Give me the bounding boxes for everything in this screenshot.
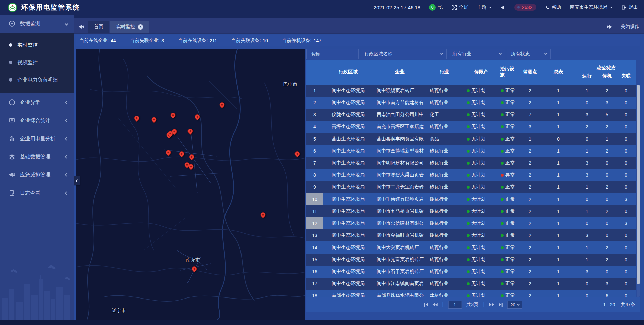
status-dot-icon: [467, 174, 470, 177]
map-collapse-button[interactable]: [73, 176, 80, 185]
notification-badge[interactable]: 2632: [514, 4, 536, 11]
table-row[interactable]: 18南部生态环境局南部县珠华水泥有限公建材行业无计划正常21060: [306, 290, 636, 297]
row-index-cell[interactable]: 18: [306, 290, 323, 297]
region-cell: 高坪生态环境局: [323, 121, 373, 133]
disconnected-cell: 0: [615, 133, 636, 145]
city-skyline-decoration: [0, 261, 74, 320]
tab-home[interactable]: 首页: [88, 21, 109, 33]
tabs-scroll-left-button[interactable]: [76, 21, 87, 33]
name-search-input[interactable]: [310, 51, 355, 57]
row-index-cell[interactable]: 15: [306, 254, 323, 266]
table-row[interactable]: 9阆中生态环境局阆中市二龙长宝页岩砖砖瓦行业无计划正常21120: [306, 181, 636, 193]
row-index-cell[interactable]: 14: [306, 241, 323, 254]
row-index-cell[interactable]: 13: [306, 229, 323, 241]
sidebar-item-enterprise-statistics[interactable]: 企业综合统计: [0, 111, 74, 129]
col-header-running[interactable]: 运行: [575, 72, 599, 85]
theme-dropdown[interactable]: 主题: [477, 4, 492, 10]
close-icon[interactable]: ✕: [138, 24, 143, 30]
last-page-button[interactable]: [499, 303, 502, 307]
status-dot-icon: [501, 113, 504, 116]
org-dropdown[interactable]: 南充市生态环境局: [570, 4, 613, 10]
treatment-cell: 正常: [500, 241, 518, 254]
col-header-disconnected[interactable]: 失联: [615, 72, 636, 85]
row-index-cell[interactable]: 17: [306, 278, 323, 290]
name-search-field[interactable]: [306, 49, 359, 59]
page-size-select[interactable]: 20: [507, 301, 522, 309]
table-row[interactable]: 2阆中生态环境局阆中市南方节能建材有砖瓦行业无计划正常21030: [306, 97, 636, 109]
tabs-scroll-right-button[interactable]: [607, 25, 612, 29]
row-index-cell[interactable]: 5: [306, 133, 323, 145]
industry-cell: 砖瓦行业: [426, 169, 463, 181]
sidebar-item-data-monitoring[interactable]: 数据监测: [0, 15, 74, 33]
sidebar-item-log-view[interactable]: 日志查看: [0, 184, 74, 202]
next-page-button[interactable]: [489, 303, 494, 306]
logout-button[interactable]: 退出: [622, 4, 638, 10]
disconnected-cell: 0: [615, 205, 636, 217]
disconnected-cell: 0: [615, 121, 636, 133]
running-cell: 0: [575, 290, 599, 297]
table-row[interactable]: 15阆中生态环境局阆中市光富页岩机砖厂砖瓦行业无计划正常21120: [306, 254, 636, 266]
region-select[interactable]: 行政区域名称: [361, 49, 447, 59]
sidebar-item-realtime-monitoring[interactable]: 实时监控: [0, 36, 74, 54]
treatment-cell: 正常: [500, 97, 518, 109]
table-row[interactable]: 16阆中生态环境局阆中市石子页岩机砖厂砖瓦行业无计划正常21300: [306, 266, 636, 278]
row-index-cell[interactable]: 1: [306, 85, 323, 97]
mute-button[interactable]: [500, 5, 505, 10]
table-row[interactable]: 13阆中生态环境局阆中市金福旺页岩机砖砖瓦行业无计划正常21300: [306, 229, 636, 241]
fullscreen-button[interactable]: 全屏: [452, 4, 468, 10]
status-select[interactable]: 所有状态: [507, 49, 551, 59]
first-page-button[interactable]: [424, 303, 428, 307]
help-button[interactable]: 帮助: [545, 4, 561, 10]
prev-page-button[interactable]: [432, 303, 437, 306]
sidebar-item-emergency-reduction[interactable]: 应急减排管理: [0, 166, 74, 184]
page-number-input[interactable]: 1: [448, 301, 462, 309]
row-index-cell[interactable]: 6: [306, 145, 323, 157]
sidebar-item-enterprise-anomaly[interactable]: 企业异常: [0, 93, 74, 111]
sidebar-item-video-monitoring[interactable]: 视频监控: [0, 54, 74, 71]
table-row[interactable]: 14阆中生态环境局阆中大兴页岩机砖厂砖瓦行业无计划正常21120: [306, 241, 636, 254]
status-dot-icon: [467, 198, 470, 201]
row-index-cell[interactable]: 3: [306, 109, 323, 121]
row-index-cell[interactable]: 4: [306, 121, 323, 133]
industry-cell: 砖瓦行业: [426, 181, 463, 193]
table-row[interactable]: 17阆中生态环境局阆中市江南镇阆南页岩砖瓦行业无计划正常21030: [306, 278, 636, 290]
table-row[interactable]: 11阆中生态环境局阆中市五马桥页岩机砖砖瓦行业无计划正常21120: [306, 205, 636, 217]
row-index-cell[interactable]: 9: [306, 181, 323, 193]
row-index-cell[interactable]: 10: [306, 193, 323, 205]
table-row[interactable]: 6阆中生态环境局阆中市金博瑞新型墙材砖瓦行业无计划正常21120: [306, 145, 636, 157]
sidebar-item-power-load-detail[interactable]: 企业电力负荷明细: [0, 71, 74, 89]
table-row[interactable]: 12阆中生态环境局阆中市忠信建材有限公砖瓦行业无计划正常21003: [306, 217, 636, 229]
col-header-company[interactable]: 企业: [373, 60, 426, 85]
running-cell: 3: [575, 169, 599, 181]
row-index-cell[interactable]: 11: [306, 205, 323, 217]
scrollbar-thumb[interactable]: [637, 85, 640, 284]
row-index-cell[interactable]: 16: [306, 266, 323, 278]
sidebar-item-basic-data-management[interactable]: 基础数据管理: [0, 148, 74, 166]
table-row[interactable]: 5营山生态环境局营山县润丰肉食品有限食品无计划正常10010: [306, 133, 636, 145]
map-canvas[interactable]: 巴中市南充市遂宁市: [76, 49, 305, 320]
table-row[interactable]: 1阆中生态环境局阆中强锐页岩砖厂砖瓦行业无计划正常21120: [306, 85, 636, 97]
col-header-monitor-points[interactable]: 监测点: [518, 60, 542, 85]
close-operations-button[interactable]: 关闭操作: [621, 24, 639, 30]
row-index-cell[interactable]: 7: [306, 157, 323, 169]
col-header-production-limit[interactable]: 停限产: [463, 60, 500, 85]
col-header-total-meter[interactable]: 总表: [542, 60, 575, 85]
industry-select[interactable]: 所有行业: [449, 49, 505, 59]
col-header-treatment[interactable]: 治污设施: [500, 60, 518, 85]
table-row[interactable]: 8阆中生态环境局阆中市枣碧大梁山页岩砖瓦行业无计划异常21300: [306, 169, 636, 181]
row-index-cell[interactable]: 2: [306, 97, 323, 109]
sidebar-item-power-consumption-analysis[interactable]: 企业用电量分析: [0, 129, 74, 148]
treatment-cell: 正常: [500, 278, 518, 290]
temperature-unit: ℃: [438, 5, 443, 10]
table-row[interactable]: 10阆中生态环境局阆中千佛镇五郎垭页岩砖瓦行业无计划正常21003: [306, 193, 636, 205]
row-index-cell[interactable]: 12: [306, 217, 323, 229]
table-row[interactable]: 4高坪生态环境局南充市高坪区王家店建砖瓦行业无计划正常31220: [306, 121, 636, 133]
table-row[interactable]: 3仪陇生态环境局西南油气田分公司川中化工无计划正常71350: [306, 109, 636, 121]
row-index-cell[interactable]: 8: [306, 169, 323, 181]
tab-realtime-monitoring[interactable]: 实时监控 ✕: [110, 21, 149, 33]
col-header-industry[interactable]: 行业: [426, 60, 463, 85]
col-header-region[interactable]: 行政区域: [323, 60, 373, 85]
pagination-bar: | 1 共3页 | 20 1 - 20 共47条: [306, 297, 640, 312]
table-row[interactable]: 7阆中生态环境局阆中明阳建材有限公司砖瓦行业无计划正常21300: [306, 157, 636, 169]
col-header-stopped[interactable]: 停机: [599, 72, 615, 85]
